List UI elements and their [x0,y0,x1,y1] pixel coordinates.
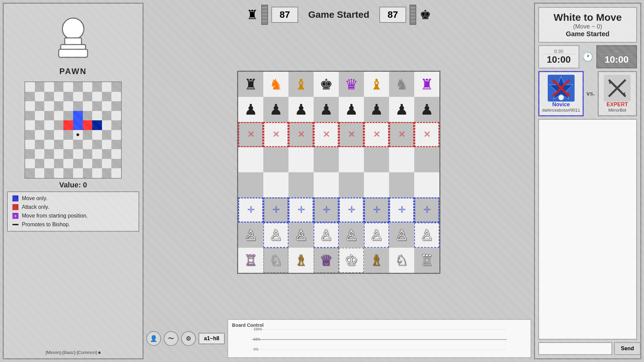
board-cell-r4c5[interactable] [364,172,389,197]
mini-cell [63,82,73,92]
board-cell-r0c7[interactable]: ♜ [414,72,439,97]
mini-cell [111,92,121,102]
send-button[interactable]: Send [614,342,641,355]
board-cell-r4c3[interactable] [314,172,339,197]
board-cell-r2c4[interactable]: ✕ [339,122,364,147]
piece-white-pawn: ♙ [370,228,383,243]
board-cell-r6c4[interactable]: ♙ [339,223,364,248]
board-cell-r1c4[interactable]: ♟ [339,97,364,122]
board-cell-r2c7[interactable]: ✕ [414,122,439,147]
mini-cell [83,101,93,111]
board-cell-r6c7[interactable]: ♙ [414,223,439,248]
board-cell-r0c4[interactable]: ♛ [339,72,364,97]
board-cell-r5c4[interactable]: ✛ [339,197,364,223]
board-cell-r3c5[interactable] [364,147,389,172]
chart-icon-btn[interactable]: 〜 [164,331,178,346]
board-cell-r7c1[interactable]: ♘ [263,248,288,273]
mini-cell [63,92,73,102]
board-cell-r1c1[interactable]: ♟ [263,97,288,122]
board-cell-r7c4[interactable]: ♔ [339,248,364,273]
mini-cell [73,130,83,140]
piece-white-pawn: ♙ [395,228,408,243]
board-cell-r3c6[interactable] [389,147,414,172]
board-cell-r2c0[interactable]: ✕ [238,122,263,147]
svg-rect-3 [59,49,88,57]
piece-black-pawn: ♟ [244,102,257,117]
board-cell-r3c4[interactable] [339,147,364,172]
board-cell-r1c6[interactable]: ♟ [389,97,414,122]
mini-cell [111,111,121,121]
mini-cell [92,120,102,130]
board-control-panel: Board Control 100% 50% 0% [227,319,531,358]
board-cell-r5c6[interactable]: ✛ [389,197,414,223]
board-cell-r4c2[interactable] [288,172,314,197]
board-cell-r4c7[interactable] [414,172,439,197]
board-cell-r2c6[interactable]: ✕ [389,122,414,147]
mini-cell [102,140,112,149]
board-cell-r4c0[interactable] [238,172,263,197]
board-cell-r7c0[interactable]: ♖ [238,248,263,273]
svg-point-16 [558,95,564,100]
attack-marker: ✕ [373,129,380,140]
board-cell-r3c2[interactable] [288,147,314,172]
board-control-label: Board Control [232,322,527,328]
piece-black-pawn: ♟ [370,102,383,117]
board-cell-r6c0[interactable]: ♙ [238,223,263,248]
board-cell-r3c0[interactable] [238,147,263,172]
board-cell-r1c2[interactable]: ♟ [288,97,314,122]
board-cell-r2c5[interactable]: ✕ [364,122,389,147]
board-cell-r5c2[interactable]: ✛ [288,197,314,223]
board-cell-r5c3[interactable]: ✛ [314,197,339,223]
mini-cell [83,92,93,102]
board-cell-r6c6[interactable]: ♙ [389,223,414,248]
board-cell-r1c3[interactable]: ♟ [314,97,339,122]
mini-cell [54,130,64,140]
board-cell-r1c5[interactable]: ♟ [364,97,389,122]
board-cell-r0c3[interactable]: ♚ [314,72,339,97]
mini-cell [111,159,121,169]
chat-input[interactable] [538,342,612,355]
board-cell-r1c0[interactable]: ♟ [238,97,263,122]
board-cell-r7c6[interactable]: ♘ [389,248,414,273]
move-marker: ✛ [247,205,255,215]
board-cell-r2c3[interactable]: ✕ [314,122,339,147]
board-cell-r3c7[interactable] [414,147,439,172]
settings-icon-btn[interactable]: ⚙ [181,331,196,346]
board-cell-r3c3[interactable] [314,147,339,172]
mini-cell [54,159,64,169]
board-cell-r5c7[interactable]: ✛ [414,197,439,223]
board-cell-r4c6[interactable] [389,172,414,197]
board-cell-r0c5[interactable]: ♝ [364,72,389,97]
board-cell-r7c3[interactable]: ♕ [314,248,339,273]
board-cell-r6c2[interactable]: ♙ [288,223,314,248]
chess-board[interactable]: ♜♞♝♚♛♝♞♜♟♟♟♟♟♟♟♟✕✕✕✕✕✕✕✕✛✛✛✛✛✛✛✛♙♙♙♙♙♙♙♙… [237,71,440,274]
mini-cell [83,140,93,149]
board-cell-r6c1[interactable]: ♙ [263,223,288,248]
board-cell-r5c1[interactable]: ✛ [263,197,288,223]
board-cell-r3c1[interactable] [263,147,288,172]
player-icon-btn[interactable]: 👤 [146,331,161,346]
board-cell-r7c2[interactable]: ♗ [288,248,314,273]
board-cell-r2c1[interactable]: ✕ [263,122,288,147]
board-cell-r5c5[interactable]: ✛ [364,197,389,223]
board-cell-r1c7[interactable]: ♟ [414,97,439,122]
legend-move-start-text: Move from starting position. [22,213,88,219]
board-cell-r0c1[interactable]: ♞ [263,72,288,97]
mini-cell [25,159,35,169]
board-cell-r7c7[interactable]: ♖ [414,248,439,273]
board-cell-r7c5[interactable]: ♗ [364,248,389,273]
piece-white-bishop-gold: ♗ [294,253,308,268]
board-cell-r0c6[interactable]: ♞ [389,72,414,97]
board-cell-r2c2[interactable]: ✕ [288,122,314,147]
board-cell-r4c4[interactable] [339,172,364,197]
top-bar: ♜ 87 Game Started 87 ♚ [146,3,531,27]
player-top-left: ♜ 87 [247,5,298,25]
board-cell-r6c3[interactable]: ♙ [314,223,339,248]
board-cell-r4c1[interactable] [263,172,288,197]
board-cell-r0c2[interactable]: ♝ [288,72,314,97]
timer-row: 0:30 10:00 🕐 --- 10:00 [538,45,637,68]
piece-white-knight: ♘ [269,253,282,268]
board-cell-r6c5[interactable]: ♙ [364,223,389,248]
board-cell-r0c0[interactable]: ♜ [238,72,263,97]
board-cell-r5c0[interactable]: ✛ [238,197,263,223]
